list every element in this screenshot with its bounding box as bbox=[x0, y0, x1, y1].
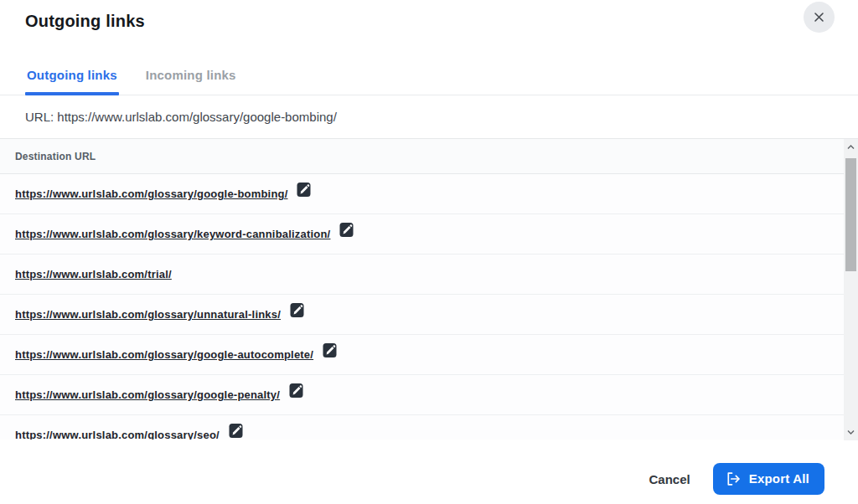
close-button[interactable] bbox=[804, 2, 835, 33]
outgoing-links-modal: { "modal": { "title": "Outgoing links" }… bbox=[0, 0, 858, 504]
modal-footer: Cancel Export All bbox=[0, 463, 858, 495]
pencil-note-icon bbox=[297, 188, 311, 200]
destination-url-link[interactable]: https://www.urlslab.com/glossary/seo/ bbox=[15, 429, 220, 440]
table-body: https://www.urlslab.com/glossary/google-… bbox=[0, 174, 858, 440]
destination-url-link[interactable]: https://www.urlslab.com/glossary/unnatur… bbox=[15, 308, 281, 321]
pencil-note-icon bbox=[323, 348, 337, 361]
close-icon bbox=[813, 11, 825, 23]
pencil-note-icon bbox=[339, 228, 354, 240]
table-row: https://www.urlslab.com/glossary/google-… bbox=[0, 174, 858, 214]
tab-incoming-links[interactable]: Incoming links bbox=[144, 68, 238, 95]
scroll-down-button[interactable] bbox=[844, 425, 858, 439]
pencil-note-icon bbox=[229, 429, 243, 440]
scroll-up-button[interactable] bbox=[844, 141, 858, 154]
table-row: https://www.urlslab.com/glossary/seo/ bbox=[0, 415, 858, 440]
export-icon bbox=[726, 472, 741, 486]
export-button-label: Export All bbox=[749, 471, 809, 486]
links-table: Destination URL https://www.urlslab.com/… bbox=[0, 139, 858, 440]
page-title: Outgoing links bbox=[0, 0, 858, 31]
cancel-button[interactable]: Cancel bbox=[649, 472, 690, 486]
chevron-up-icon bbox=[847, 145, 855, 150]
edit-link-button[interactable] bbox=[289, 383, 303, 399]
destination-url-link[interactable]: https://www.urlslab.com/trial/ bbox=[15, 268, 172, 280]
vertical-scrollbar[interactable] bbox=[844, 139, 858, 440]
destination-url-link[interactable]: https://www.urlslab.com/glossary/google-… bbox=[15, 188, 287, 200]
tab-outgoing-links[interactable]: Outgoing links bbox=[25, 68, 119, 95]
destination-url-link[interactable]: https://www.urlslab.com/glossary/keyword… bbox=[15, 228, 330, 240]
chevron-down-icon bbox=[847, 429, 855, 435]
table-row: https://www.urlslab.com/glossary/keyword… bbox=[0, 214, 858, 255]
edit-link-button[interactable] bbox=[339, 222, 354, 238]
pencil-note-icon bbox=[289, 388, 303, 401]
edit-link-button[interactable] bbox=[290, 302, 304, 318]
source-url-text: URL: https://www.urlslab.com/glossary/go… bbox=[0, 95, 858, 139]
scrollbar-thumb[interactable] bbox=[845, 158, 856, 271]
tab-bar: Outgoing links Incoming links bbox=[0, 68, 858, 95]
pencil-note-icon bbox=[290, 308, 304, 321]
export-all-button[interactable]: Export All bbox=[713, 463, 824, 495]
edit-link-button[interactable] bbox=[323, 342, 337, 358]
edit-link-button[interactable] bbox=[297, 182, 311, 198]
destination-url-link[interactable]: https://www.urlslab.com/glossary/google-… bbox=[15, 348, 313, 361]
table-row: https://www.urlslab.com/glossary/google-… bbox=[0, 335, 858, 375]
destination-url-link[interactable]: https://www.urlslab.com/glossary/google-… bbox=[15, 388, 280, 401]
edit-link-button[interactable] bbox=[229, 423, 243, 439]
table-row: https://www.urlslab.com/glossary/google-… bbox=[0, 375, 858, 415]
column-header-destination-url: Destination URL bbox=[0, 139, 858, 174]
table-row: https://www.urlslab.com/glossary/unnatur… bbox=[0, 295, 858, 335]
table-row: https://www.urlslab.com/trial/ bbox=[0, 255, 858, 295]
